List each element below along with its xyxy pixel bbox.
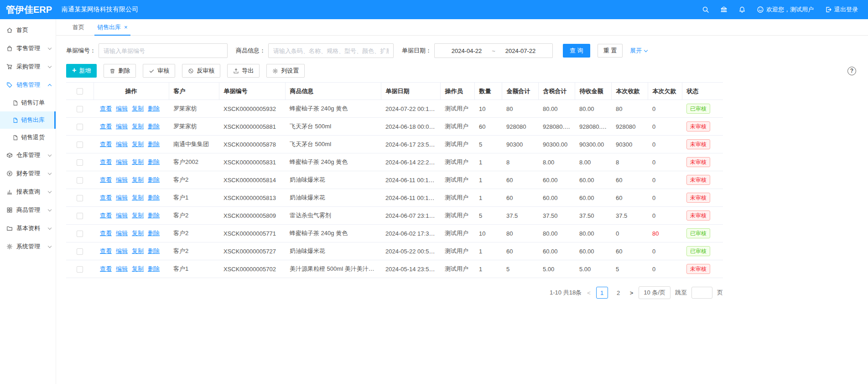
sidebar-item-sales-outbound[interactable]: 销售出库 <box>0 111 56 129</box>
date-to[interactable]: 2024-07-22 <box>505 47 536 54</box>
row-action-view[interactable]: 查看 <box>100 194 112 201</box>
help-icon[interactable]: ? <box>847 67 856 75</box>
cell-receivable: 60.00 <box>575 242 611 260</box>
prev-page-button[interactable]: < <box>586 289 592 296</box>
row-action-delete[interactable]: 删除 <box>148 141 160 147</box>
row-action-delete[interactable]: 删除 <box>148 158 160 165</box>
row-checkbox[interactable] <box>77 106 83 112</box>
building-icon[interactable] <box>720 6 728 13</box>
row-action-view[interactable]: 查看 <box>100 158 112 165</box>
sidebar-item-sales-return[interactable]: 销售退货 <box>0 129 56 146</box>
logout-button[interactable]: 退出登录 <box>825 5 858 14</box>
row-action-copy[interactable]: 复制 <box>132 123 144 130</box>
next-page-button[interactable]: > <box>629 289 634 296</box>
add-button[interactable]: + 新增 <box>66 64 97 78</box>
sidebar-item-report[interactable]: 报表查询 <box>0 183 56 201</box>
row-checkbox[interactable] <box>77 231 83 237</box>
row-action-view[interactable]: 查看 <box>100 176 112 183</box>
search-icon[interactable] <box>702 6 709 13</box>
cell-receivable: 8.00 <box>575 153 611 171</box>
tab-home[interactable]: 首页 <box>66 19 91 35</box>
row-checkbox[interactable] <box>77 213 83 219</box>
row-action-edit[interactable]: 编辑 <box>116 194 128 201</box>
delete-button[interactable]: 删除 <box>104 64 136 78</box>
row-action-copy[interactable]: 复制 <box>132 265 144 272</box>
row-checkbox[interactable] <box>77 177 83 184</box>
row-action-delete[interactable]: 删除 <box>148 212 160 219</box>
bill-no-input[interactable] <box>99 43 228 58</box>
row-checkbox[interactable] <box>77 159 83 166</box>
row-checkbox[interactable] <box>77 195 83 201</box>
unaudit-button[interactable]: 反审核 <box>182 64 220 78</box>
row-action-edit[interactable]: 编辑 <box>116 105 128 112</box>
select-all-checkbox[interactable] <box>77 88 83 95</box>
sidebar-item-basic-data[interactable]: 基本资料 <box>0 219 56 237</box>
chevron-down-icon <box>48 226 52 229</box>
row-action-edit[interactable]: 编辑 <box>116 212 128 219</box>
row-action-edit[interactable]: 编辑 <box>116 176 128 183</box>
row-action-delete[interactable]: 删除 <box>148 230 160 237</box>
row-checkbox[interactable] <box>77 266 83 273</box>
row-action-delete[interactable]: 删除 <box>148 105 160 112</box>
row-action-view[interactable]: 查看 <box>100 212 112 219</box>
reset-button[interactable]: 重 置 <box>598 44 623 58</box>
row-action-edit[interactable]: 编辑 <box>116 141 128 147</box>
expand-link[interactable]: 展开 <box>630 47 647 55</box>
chevron-down-icon <box>48 153 52 156</box>
bell-icon[interactable] <box>738 6 746 13</box>
row-action-view[interactable]: 查看 <box>100 230 112 237</box>
row-action-view[interactable]: 查看 <box>100 105 112 112</box>
row-checkbox[interactable] <box>77 142 83 148</box>
row-action-edit[interactable]: 编辑 <box>116 265 128 272</box>
sidebar-item-retail[interactable]: 零售管理 <box>0 39 56 58</box>
row-action-edit[interactable]: 编辑 <box>116 123 128 130</box>
cell-received: 60 <box>611 171 648 189</box>
row-action-view[interactable]: 查看 <box>100 247 112 254</box>
row-action-edit[interactable]: 编辑 <box>116 230 128 237</box>
row-checkbox[interactable] <box>77 124 83 130</box>
tab-sales-outbound[interactable]: 销售出库 × <box>91 19 134 35</box>
sidebar-item-sales[interactable]: 销售管理 <box>0 76 56 94</box>
row-action-copy[interactable]: 复制 <box>132 230 144 237</box>
search-button[interactable]: 查 询 <box>563 44 590 58</box>
page-size-select[interactable]: 10 条/页 <box>639 286 670 299</box>
row-actions: 查看编辑复制删除 <box>94 153 169 171</box>
row-action-copy[interactable]: 复制 <box>132 247 144 254</box>
row-action-delete[interactable]: 删除 <box>148 176 160 183</box>
jump-page-input[interactable] <box>691 287 712 299</box>
date-range-picker[interactable]: 2024-04-22 ~ 2024-07-22 <box>434 43 553 58</box>
column-settings-button[interactable]: 列设置 <box>266 64 305 78</box>
sidebar-item-sales-order[interactable]: 销售订单 <box>0 94 56 111</box>
row-action-delete[interactable]: 删除 <box>148 194 160 201</box>
sidebar-item-system[interactable]: 系统管理 <box>0 237 56 256</box>
sidebar-item-warehouse[interactable]: 仓库管理 <box>0 146 56 164</box>
row-action-edit[interactable]: 编辑 <box>116 158 128 165</box>
row-action-copy[interactable]: 复制 <box>132 105 144 112</box>
row-action-view[interactable]: 查看 <box>100 265 112 272</box>
export-button[interactable]: 导出 <box>227 64 260 78</box>
product-info-input[interactable] <box>268 43 394 58</box>
sidebar-item-finance[interactable]: 财务管理 <box>0 164 56 183</box>
row-checkbox[interactable] <box>77 248 83 255</box>
retail-icon <box>6 45 13 52</box>
page-2-button[interactable]: 2 <box>613 287 624 299</box>
sidebar-item-purchase[interactable]: 采购管理 <box>0 58 56 76</box>
sidebar-item-home[interactable]: 首页 <box>0 21 56 39</box>
audit-button[interactable]: 审核 <box>143 64 175 78</box>
date-from[interactable]: 2024-04-22 <box>452 47 482 54</box>
row-action-copy[interactable]: 复制 <box>132 158 144 165</box>
close-icon[interactable]: × <box>124 24 128 30</box>
row-action-view[interactable]: 查看 <box>100 123 112 130</box>
row-action-delete[interactable]: 删除 <box>148 123 160 130</box>
row-action-copy[interactable]: 复制 <box>132 194 144 201</box>
row-action-copy[interactable]: 复制 <box>132 141 144 147</box>
row-action-view[interactable]: 查看 <box>100 141 112 147</box>
row-action-delete[interactable]: 删除 <box>148 265 160 272</box>
row-action-copy[interactable]: 复制 <box>132 212 144 219</box>
row-action-copy[interactable]: 复制 <box>132 176 144 183</box>
welcome-user[interactable]: 欢迎您，测试用户 <box>757 5 814 14</box>
page-1-button[interactable]: 1 <box>596 287 608 299</box>
row-action-delete[interactable]: 删除 <box>148 247 160 254</box>
row-action-edit[interactable]: 编辑 <box>116 247 128 254</box>
sidebar-item-product[interactable]: 商品管理 <box>0 201 56 219</box>
